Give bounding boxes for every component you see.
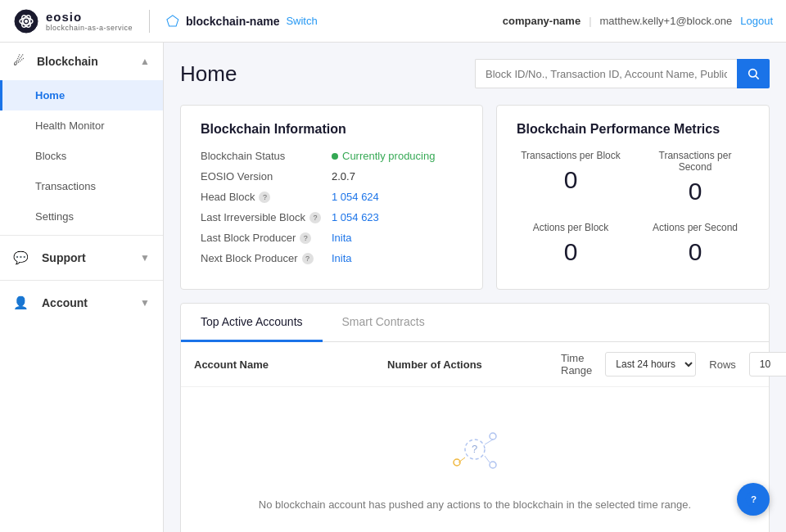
metric-actions-per-second-value: 0 (641, 238, 749, 266)
svg-point-4 (25, 20, 28, 23)
tab-smart-contracts[interactable]: Smart Contracts (323, 304, 445, 342)
last-irreversible-label: Last Irreversible Block ? (201, 211, 332, 223)
last-irreversible-value[interactable]: 1 054 623 (332, 211, 379, 223)
logo-main-text: eosio (46, 10, 133, 24)
account-section-icon: 👤 (13, 295, 29, 310)
search-input[interactable] (475, 59, 737, 88)
metric-txns-per-second-value: 0 (641, 178, 749, 205)
sidebar-section-blockchain-header[interactable]: ☄ Blockchain ▲ (0, 43, 163, 80)
sidebar-item-transactions-label: Transactions (35, 180, 96, 192)
sidebar-item-home[interactable]: Home (0, 80, 163, 110)
col-account-name: Account Name (194, 358, 374, 371)
col-number-actions: Number of Actions (387, 358, 535, 371)
blockchain-icon: ⬠ (166, 12, 179, 30)
metric-actions-per-second: Actions per Second 0 (641, 222, 749, 266)
empty-state-message: No blockchain account has pushed any act… (259, 498, 691, 511)
rows-label: Rows (709, 358, 736, 371)
next-producer-tooltip[interactable]: ? (302, 253, 314, 264)
sidebar-header-inner: ☄ Blockchain (13, 54, 98, 69)
sidebar-section-blockchain: ☄ Blockchain ▲ Home Health Monitor Block… (0, 43, 163, 232)
sidebar-section-account-label: Account (42, 296, 88, 309)
page-title: Home (180, 61, 237, 87)
info-row-status: Blockchain Status Currently producing (201, 150, 463, 162)
logo-text: eosio blockchain-as-a-service (46, 10, 133, 32)
next-producer-label: Next Block Producer ? (201, 252, 332, 264)
support-chevron-icon: ▼ (140, 252, 150, 264)
tab-top-active-label: Top Active Accounts (201, 315, 303, 328)
tab-top-active-accounts[interactable]: Top Active Accounts (181, 304, 323, 342)
metric-actions-per-block-value: 0 (517, 238, 625, 266)
last-producer-label: Last Block Producer ? (201, 232, 332, 244)
sidebar-item-blocks[interactable]: Blocks (0, 141, 163, 171)
logo: eosio blockchain-as-a-service (13, 8, 133, 34)
svg-point-9 (490, 433, 496, 440)
status-label: Blockchain Status (201, 150, 332, 162)
metric-txns-per-block-value: 0 (517, 166, 625, 194)
support-header-inner: 💬 Support (13, 250, 86, 265)
sidebar-item-blocks-label: Blocks (35, 150, 66, 162)
metric-txns-per-second-label: Transactions per Second (641, 150, 749, 173)
sidebar-item-health-label: Health Monitor (35, 119, 105, 132)
logout-button[interactable]: Logout (740, 15, 773, 27)
sidebar-section-account: 👤 Account ▼ (0, 284, 163, 322)
tab-smart-contracts-label: Smart Contracts (342, 315, 425, 328)
metric-txns-per-second: Transactions per Second 0 (641, 150, 749, 205)
main-content: Home Blockchain Information Blockchain S… (164, 43, 786, 532)
company-name: company-name (503, 15, 580, 27)
svg-point-11 (490, 462, 496, 468)
main-layout: ☄ Blockchain ▲ Home Health Monitor Block… (0, 43, 786, 532)
support-section-icon: 💬 (13, 250, 29, 265)
cards-row: Blockchain Information Blockchain Status… (180, 105, 770, 290)
header-divider (149, 10, 150, 33)
status-dot (332, 153, 338, 160)
pipe-divider: | (589, 15, 591, 27)
head-block-label: Head Block ? (201, 191, 332, 203)
help-fab-button[interactable]: ? (737, 483, 770, 516)
time-range-label: Time Range (561, 352, 592, 376)
metric-actions-per-second-label: Actions per Second (641, 222, 749, 233)
help-icon: ? (745, 491, 761, 507)
info-row-last-irreversible: Last Irreversible Block ? 1 054 623 (201, 211, 463, 223)
head-block-tooltip[interactable]: ? (259, 192, 270, 203)
user-email: matthew.kelly+1@block.one (600, 15, 733, 27)
sidebar-item-settings[interactable]: Settings (0, 201, 163, 232)
info-row-last-producer: Last Block Producer ? Inita (201, 232, 463, 244)
account-header-inner: 👤 Account (13, 295, 88, 310)
metric-actions-per-block-label: Actions per Block (517, 222, 625, 233)
next-producer-value[interactable]: Inita (332, 252, 352, 264)
svg-text:?: ? (751, 494, 757, 504)
search-icon (747, 67, 760, 80)
sidebar-item-health-monitor[interactable]: Health Monitor (0, 110, 163, 141)
last-producer-value[interactable]: Inita (332, 232, 352, 244)
last-irreversible-tooltip[interactable]: ? (309, 212, 321, 223)
logo-sub-text: blockchain-as-a-service (46, 24, 133, 32)
status-value: Currently producing (332, 150, 435, 162)
sidebar-item-home-label: Home (35, 89, 65, 101)
head-block-value[interactable]: 1 054 624 (332, 191, 379, 203)
metrics-grid: Transactions per Block 0 Transactions pe… (517, 150, 749, 266)
version-label: EOSIO Version (201, 170, 332, 183)
metrics-card-title: Blockchain Performance Metrics (517, 122, 749, 137)
rows-select[interactable]: 10 25 50 100 (749, 352, 786, 376)
empty-state-icon: ? (442, 420, 508, 485)
switch-link[interactable]: Switch (286, 15, 317, 27)
svg-line-14 (485, 456, 490, 462)
empty-state: ? No blockchain account has pushed any a… (181, 387, 769, 532)
sidebar-section-support-label: Support (42, 251, 86, 264)
search-button[interactable] (737, 59, 770, 88)
sidebar-section-support-header[interactable]: 💬 Support ▼ (0, 239, 163, 277)
sidebar-divider-2 (0, 280, 163, 281)
header-left: eosio blockchain-as-a-service ⬠ blockcha… (13, 8, 318, 34)
tab-header: Top Active Accounts Smart Contracts (181, 304, 769, 342)
sidebar-item-transactions[interactable]: Transactions (0, 171, 163, 201)
search-bar (475, 59, 770, 88)
account-chevron-icon: ▼ (140, 297, 150, 309)
last-producer-tooltip[interactable]: ? (300, 232, 311, 244)
svg-line-12 (485, 440, 493, 444)
table-toolbar: Account Name Number of Actions Time Rang… (181, 342, 769, 387)
sidebar-section-account-header[interactable]: 👤 Account ▼ (0, 284, 163, 322)
header-right: company-name | matthew.kelly+1@block.one… (503, 15, 773, 27)
info-row-version: EOSIO Version 2.0.7 (201, 170, 463, 183)
time-range-select[interactable]: Last 24 hours Last 7 days Last 30 days (605, 352, 696, 376)
svg-line-6 (756, 76, 759, 79)
